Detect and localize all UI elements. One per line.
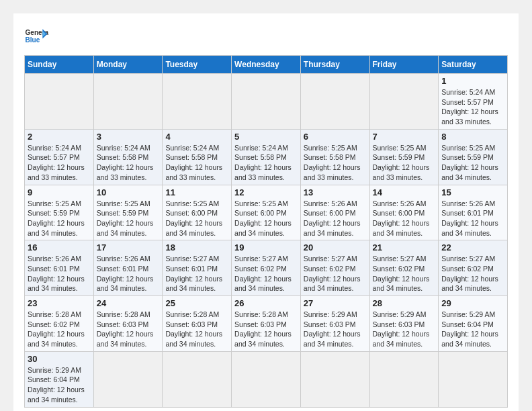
day-cell <box>25 74 94 130</box>
day-info: Sunrise: 5:29 AM Sunset: 6:03 PM Dayligh… <box>304 310 367 349</box>
header: General Blue <box>24 24 508 48</box>
day-info: Sunrise: 5:26 AM Sunset: 6:01 PM Dayligh… <box>28 254 91 293</box>
day-number: 22 <box>441 242 504 253</box>
day-cell: 17Sunrise: 5:26 AM Sunset: 6:01 PM Dayli… <box>93 240 163 296</box>
day-cell: 13Sunrise: 5:26 AM Sunset: 6:00 PM Dayli… <box>300 185 369 240</box>
col-header-saturday: Saturday <box>439 56 508 74</box>
day-number: 10 <box>97 187 160 197</box>
day-cell: 29Sunrise: 5:29 AM Sunset: 6:04 PM Dayli… <box>439 296 508 352</box>
day-info: Sunrise: 5:25 AM Sunset: 5:58 PM Dayligh… <box>304 143 367 183</box>
day-info: Sunrise: 5:25 AM Sunset: 6:00 PM Dayligh… <box>165 199 228 238</box>
day-number: 12 <box>234 187 298 197</box>
day-info: Sunrise: 5:26 AM Sunset: 6:01 PM Dayligh… <box>97 254 160 293</box>
day-info: Sunrise: 5:25 AM Sunset: 5:59 PM Dayligh… <box>441 143 504 183</box>
day-cell: 3Sunrise: 5:24 AM Sunset: 5:58 PM Daylig… <box>93 129 163 185</box>
day-info: Sunrise: 5:29 AM Sunset: 6:04 PM Dayligh… <box>28 365 91 405</box>
day-info: Sunrise: 5:28 AM Sunset: 6:03 PM Dayligh… <box>97 310 160 349</box>
day-cell: 23Sunrise: 5:28 AM Sunset: 6:02 PM Dayli… <box>25 296 94 352</box>
day-number: 8 <box>441 132 504 142</box>
day-number: 27 <box>304 298 367 308</box>
day-info: Sunrise: 5:28 AM Sunset: 6:03 PM Dayligh… <box>165 310 228 349</box>
day-info: Sunrise: 5:27 AM Sunset: 6:02 PM Dayligh… <box>441 254 504 293</box>
day-cell: 25Sunrise: 5:28 AM Sunset: 6:03 PM Dayli… <box>163 296 232 352</box>
day-cell: 11Sunrise: 5:25 AM Sunset: 6:00 PM Dayli… <box>163 185 232 240</box>
week-row-1: 1Sunrise: 5:24 AM Sunset: 5:57 PM Daylig… <box>25 74 508 130</box>
day-cell <box>369 351 439 407</box>
day-cell <box>93 74 163 130</box>
day-cell: 7Sunrise: 5:25 AM Sunset: 5:59 PM Daylig… <box>369 129 439 185</box>
day-info: Sunrise: 5:25 AM Sunset: 6:00 PM Dayligh… <box>234 199 298 238</box>
day-number: 9 <box>28 187 91 197</box>
day-cell: 4Sunrise: 5:24 AM Sunset: 5:58 PM Daylig… <box>163 129 232 185</box>
day-number: 18 <box>165 242 228 253</box>
day-info: Sunrise: 5:24 AM Sunset: 5:58 PM Dayligh… <box>234 143 298 183</box>
week-row-2: 2Sunrise: 5:24 AM Sunset: 5:57 PM Daylig… <box>25 129 508 185</box>
day-cell: 6Sunrise: 5:25 AM Sunset: 5:58 PM Daylig… <box>300 129 369 185</box>
day-info: Sunrise: 5:29 AM Sunset: 6:03 PM Dayligh… <box>373 310 436 349</box>
header-row: SundayMondayTuesdayWednesdayThursdayFrid… <box>25 56 508 74</box>
day-info: Sunrise: 5:24 AM Sunset: 5:57 PM Dayligh… <box>28 143 91 183</box>
day-cell: 28Sunrise: 5:29 AM Sunset: 6:03 PM Dayli… <box>369 296 439 352</box>
day-info: Sunrise: 5:27 AM Sunset: 6:02 PM Dayligh… <box>234 254 298 293</box>
day-info: Sunrise: 5:27 AM Sunset: 6:02 PM Dayligh… <box>373 254 436 293</box>
day-number: 19 <box>234 242 298 253</box>
day-number: 15 <box>441 187 504 197</box>
day-cell: 19Sunrise: 5:27 AM Sunset: 6:02 PM Dayli… <box>232 240 301 296</box>
day-info: Sunrise: 5:24 AM Sunset: 5:58 PM Dayligh… <box>165 143 228 183</box>
day-info: Sunrise: 5:26 AM Sunset: 6:00 PM Dayligh… <box>304 199 367 238</box>
day-number: 30 <box>28 354 91 364</box>
day-cell: 12Sunrise: 5:25 AM Sunset: 6:00 PM Dayli… <box>232 185 301 240</box>
day-cell: 15Sunrise: 5:26 AM Sunset: 6:01 PM Dayli… <box>439 185 508 240</box>
col-header-wednesday: Wednesday <box>232 56 301 74</box>
day-cell <box>300 74 369 130</box>
day-info: Sunrise: 5:26 AM Sunset: 6:01 PM Dayligh… <box>441 199 504 238</box>
day-number: 23 <box>28 298 91 308</box>
day-cell: 2Sunrise: 5:24 AM Sunset: 5:57 PM Daylig… <box>25 129 94 185</box>
logo-icon: General Blue <box>24 24 48 48</box>
day-info: Sunrise: 5:25 AM Sunset: 5:59 PM Dayligh… <box>97 199 160 238</box>
day-info: Sunrise: 5:25 AM Sunset: 5:59 PM Dayligh… <box>28 199 91 238</box>
day-cell <box>369 74 439 130</box>
day-cell <box>232 74 301 130</box>
day-number: 5 <box>234 132 298 142</box>
day-number: 7 <box>373 132 436 142</box>
logo: General Blue <box>24 24 50 48</box>
day-info: Sunrise: 5:28 AM Sunset: 6:02 PM Dayligh… <box>28 310 91 349</box>
day-cell <box>439 351 508 407</box>
col-header-monday: Monday <box>93 56 163 74</box>
day-number: 17 <box>97 242 160 253</box>
col-header-tuesday: Tuesday <box>163 56 232 74</box>
day-number: 13 <box>304 187 367 197</box>
day-number: 16 <box>28 242 91 253</box>
day-cell <box>300 351 369 407</box>
day-cell <box>232 351 301 407</box>
day-cell: 9Sunrise: 5:25 AM Sunset: 5:59 PM Daylig… <box>25 185 94 240</box>
day-number: 11 <box>165 187 228 197</box>
col-header-thursday: Thursday <box>300 56 369 74</box>
day-info: Sunrise: 5:27 AM Sunset: 6:01 PM Dayligh… <box>165 254 228 293</box>
day-cell: 24Sunrise: 5:28 AM Sunset: 6:03 PM Dayli… <box>93 296 163 352</box>
day-cell: 27Sunrise: 5:29 AM Sunset: 6:03 PM Dayli… <box>300 296 369 352</box>
day-cell: 18Sunrise: 5:27 AM Sunset: 6:01 PM Dayli… <box>163 240 232 296</box>
week-row-3: 9Sunrise: 5:25 AM Sunset: 5:59 PM Daylig… <box>25 185 508 240</box>
svg-text:Blue: Blue <box>25 36 40 44</box>
day-number: 3 <box>97 132 160 142</box>
day-info: Sunrise: 5:28 AM Sunset: 6:03 PM Dayligh… <box>234 310 298 349</box>
calendar-table: SundayMondayTuesdayWednesdayThursdayFrid… <box>24 55 508 408</box>
day-number: 1 <box>441 76 504 86</box>
day-cell: 20Sunrise: 5:27 AM Sunset: 6:02 PM Dayli… <box>300 240 369 296</box>
day-cell: 1Sunrise: 5:24 AM Sunset: 5:57 PM Daylig… <box>439 74 508 130</box>
day-cell: 22Sunrise: 5:27 AM Sunset: 6:02 PM Dayli… <box>439 240 508 296</box>
day-number: 29 <box>441 298 504 308</box>
day-cell: 16Sunrise: 5:26 AM Sunset: 6:01 PM Dayli… <box>25 240 94 296</box>
day-number: 28 <box>373 298 436 308</box>
col-header-sunday: Sunday <box>25 56 94 74</box>
day-number: 6 <box>304 132 367 142</box>
day-info: Sunrise: 5:29 AM Sunset: 6:04 PM Dayligh… <box>441 310 504 349</box>
day-cell: 8Sunrise: 5:25 AM Sunset: 5:59 PM Daylig… <box>439 129 508 185</box>
day-number: 2 <box>28 132 91 142</box>
day-number: 26 <box>234 298 298 308</box>
day-number: 4 <box>165 132 228 142</box>
calendar-page: General Blue SundayMondayTuesdayWednesda… <box>13 13 519 411</box>
day-cell: 10Sunrise: 5:25 AM Sunset: 5:59 PM Dayli… <box>93 185 163 240</box>
